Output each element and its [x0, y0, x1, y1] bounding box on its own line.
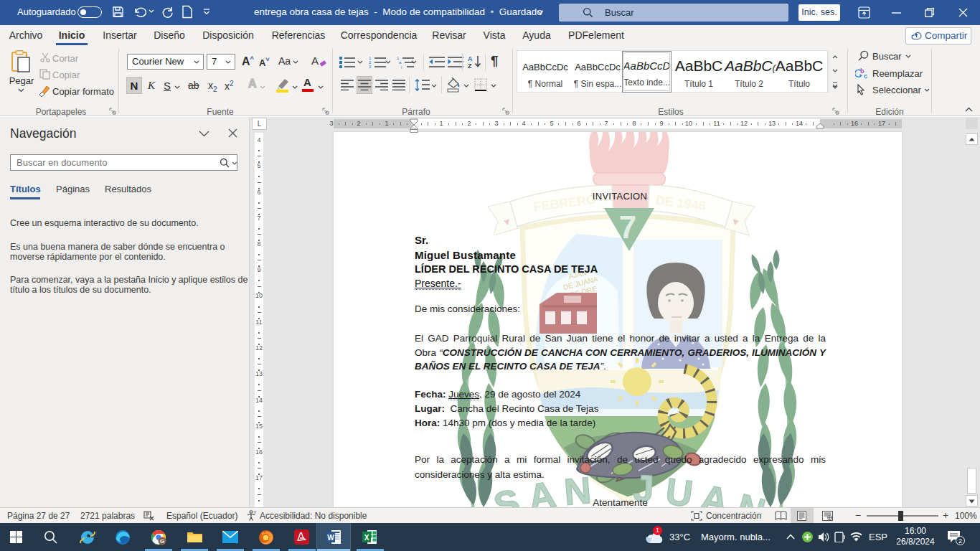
svg-text:?: ?	[253, 510, 256, 515]
svg-text:i: i	[401, 65, 402, 69]
svg-text:W: W	[327, 534, 334, 542]
svg-text:3: 3	[369, 65, 372, 69]
svg-text:Z: Z	[468, 62, 472, 69]
svg-text:X: X	[364, 534, 369, 542]
svg-text:a: a	[399, 60, 402, 65]
svg-text:A: A	[468, 55, 473, 62]
svg-text:G: G	[160, 538, 164, 545]
svg-text:c: c	[864, 72, 867, 80]
